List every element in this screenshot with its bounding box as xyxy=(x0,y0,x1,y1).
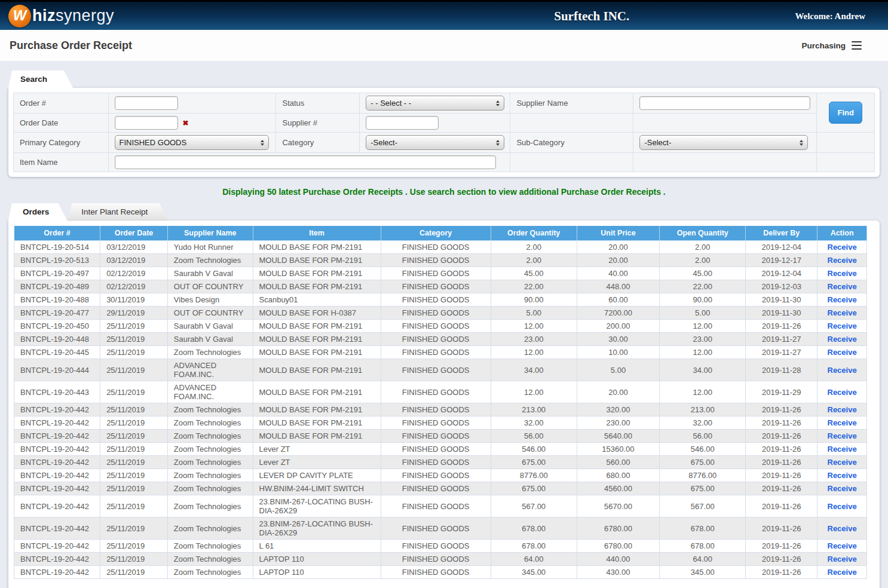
cell-order-date: 25/11/2019 xyxy=(100,553,168,566)
receive-link[interactable]: Receive xyxy=(828,502,857,511)
cell-unit-price: 30.00 xyxy=(577,333,659,346)
cell-order-date: 03/12/2019 xyxy=(100,254,168,267)
status-select-value: - - Select - - xyxy=(370,99,411,108)
supplier-no-label: Supplier # xyxy=(276,114,360,133)
cell-order-no: BNTCPL-19-20-488 xyxy=(14,293,100,307)
welcome-text: Welcome: Andrew xyxy=(795,11,865,21)
cell-action: Receive xyxy=(817,430,867,443)
receive-link[interactable]: Receive xyxy=(828,431,857,440)
table-row: BNTCPL-19-20-48830/11/2019Vibes DesignSc… xyxy=(14,293,867,307)
table-row: BNTCPL-19-20-45025/11/2019Saurabh V Gava… xyxy=(14,320,867,333)
receive-link[interactable]: Receive xyxy=(828,418,857,427)
receive-link[interactable]: Receive xyxy=(828,484,857,493)
cell-open-qty: 12.00 xyxy=(660,320,746,333)
receive-link[interactable]: Receive xyxy=(828,335,857,344)
clear-date-icon[interactable]: ✖ xyxy=(183,119,189,127)
item-name-input[interactable] xyxy=(115,155,496,169)
table-row: BNTCPL-19-20-44225/11/2019Zoom Technolog… xyxy=(14,553,867,566)
cell-open-qty: 8776.00 xyxy=(660,469,746,482)
cell-category: FINISHED GOODS xyxy=(381,566,491,579)
search-tab[interactable]: Search xyxy=(8,71,73,88)
primary-category-select[interactable]: FINISHED GOODS xyxy=(115,135,269,150)
receive-link[interactable]: Receive xyxy=(828,405,857,414)
cell-order-no: BNTCPL-19-20-442 xyxy=(14,553,100,566)
receive-link[interactable]: Receive xyxy=(828,308,857,317)
cell-order-no: BNTCPL-19-20-442 xyxy=(14,416,100,430)
cell-open-qty: 678.00 xyxy=(660,517,746,540)
cell-item: L 61 xyxy=(253,540,381,553)
cell-open-qty: 678.00 xyxy=(660,540,746,553)
cell-item: MOULD BASE FOR PM-2191 xyxy=(253,320,381,333)
cell-supplier-name: Zoom Technologies xyxy=(167,456,253,469)
cell-action: Receive xyxy=(817,469,867,482)
order-no-input[interactable] xyxy=(115,96,178,110)
sub-category-select[interactable]: -Select- xyxy=(639,135,808,150)
receive-link[interactable]: Receive xyxy=(828,269,857,278)
cell-category: FINISHED GOODS xyxy=(381,320,491,333)
category-select[interactable]: -Select- xyxy=(366,135,504,150)
cell-order-date: 25/11/2019 xyxy=(100,566,168,579)
cell-deliver-by: 2019-11-28 xyxy=(746,359,817,381)
receive-link[interactable]: Receive xyxy=(828,243,857,252)
logo-wordmark: hizsynergy xyxy=(32,7,114,25)
status-select[interactable]: - - Select - - xyxy=(366,96,504,111)
cell-action: Receive xyxy=(817,241,867,254)
result-tabs: Orders Inter Plant Receipt xyxy=(8,203,888,220)
cell-order-date: 25/11/2019 xyxy=(100,443,168,456)
receive-link[interactable]: Receive xyxy=(828,348,857,357)
cell-open-qty: 45.00 xyxy=(660,267,746,280)
app-logo[interactable]: W hizsynergy xyxy=(8,5,114,27)
select-arrows-icon xyxy=(496,140,500,146)
search-panel: Order # Status - - Select - - Supplier N… xyxy=(8,88,880,177)
column-header-supplier-name: Supplier Name xyxy=(167,226,253,241)
receive-link[interactable]: Receive xyxy=(828,388,857,397)
table-row: BNTCPL-19-20-44225/11/2019Zoom Technolog… xyxy=(14,430,867,443)
cell-order-qty: 12.00 xyxy=(491,381,577,403)
cell-open-qty: 567.00 xyxy=(660,495,746,517)
cell-unit-price: 6780.00 xyxy=(577,540,659,553)
receive-link[interactable]: Receive xyxy=(828,445,857,454)
find-button[interactable]: Find xyxy=(829,102,862,124)
receive-link[interactable]: Receive xyxy=(828,256,857,265)
receive-link[interactable]: Receive xyxy=(828,471,857,480)
cell-order-qty: 546.00 xyxy=(491,443,577,456)
receive-link[interactable]: Receive xyxy=(828,366,857,375)
column-header-deliver-by: Deliver By xyxy=(746,226,817,241)
cell-supplier-name: Zoom Technologies xyxy=(167,566,253,579)
receive-link[interactable]: Receive xyxy=(828,555,857,564)
supplier-name-input[interactable] xyxy=(639,96,810,110)
order-date-input[interactable] xyxy=(115,116,178,130)
cell-action: Receive xyxy=(817,456,867,469)
receive-link[interactable]: Receive xyxy=(828,458,857,467)
cell-supplier-name: OUT OF COUNTRY xyxy=(167,307,253,320)
receive-link[interactable]: Receive xyxy=(828,568,857,577)
hamburger-menu-icon[interactable] xyxy=(852,41,862,50)
logo-word-light: synergy xyxy=(56,7,114,24)
cell-order-no: BNTCPL-19-20-442 xyxy=(14,495,100,517)
tab-inter-plant-receipt[interactable]: Inter Plant Receipt xyxy=(68,203,168,220)
receive-link[interactable]: Receive xyxy=(828,295,857,304)
column-header-action: Action xyxy=(817,226,867,241)
cell-order-no: BNTCPL-19-20-442 xyxy=(14,469,100,482)
purchasing-menu[interactable]: Purchasing xyxy=(801,41,862,50)
cell-category: FINISHED GOODS xyxy=(381,307,491,320)
receive-link[interactable]: Receive xyxy=(828,541,857,550)
cell-order-no: BNTCPL-19-20-444 xyxy=(14,359,100,381)
cell-item: MOULD BASE FOR PM-2191 xyxy=(253,267,381,280)
cell-order-qty: 678.00 xyxy=(491,517,577,540)
cell-item: Lever ZT xyxy=(253,456,381,469)
supplier-no-input[interactable] xyxy=(366,116,439,130)
cell-category: FINISHED GOODS xyxy=(381,469,491,482)
cell-order-no: BNTCPL-19-20-450 xyxy=(14,320,100,333)
cell-supplier-name: Zoom Technologies xyxy=(167,469,253,482)
cell-order-qty: 567.00 xyxy=(491,495,577,517)
cell-order-qty: 90.00 xyxy=(491,293,577,307)
cell-deliver-by: 2019-11-26 xyxy=(746,456,817,469)
receive-link[interactable]: Receive xyxy=(828,524,857,533)
receive-link[interactable]: Receive xyxy=(828,321,857,330)
tab-orders[interactable]: Orders xyxy=(8,203,67,220)
table-row: BNTCPL-19-20-44225/11/2019Zoom Technolog… xyxy=(14,456,867,469)
receive-link[interactable]: Receive xyxy=(828,282,857,291)
table-row: BNTCPL-19-20-51303/12/2019Zoom Technolog… xyxy=(14,254,867,267)
cell-category: FINISHED GOODS xyxy=(381,456,491,469)
